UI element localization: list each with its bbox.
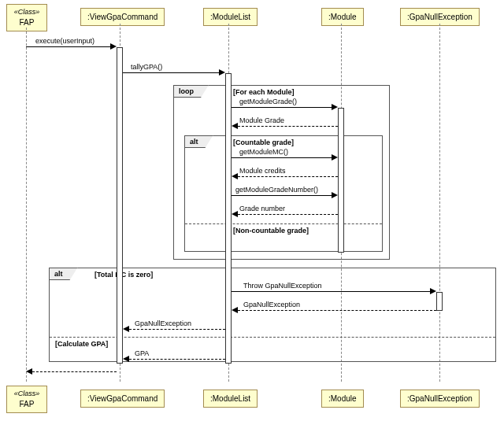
- participant-modulelist-top: :ModuleList: [203, 8, 258, 26]
- msg-execute: execute(userInput): [26, 37, 117, 48]
- frame-alt-inner-label: alt: [184, 135, 213, 148]
- participant-viewgpa-top: :ViewGpaCommand: [80, 8, 165, 26]
- participant-module-top: :Module: [321, 8, 364, 26]
- msg-getmodulemc: getModuleMC(): [232, 148, 338, 159]
- participant-module-bottom: :Module: [321, 390, 364, 408]
- msg-getmodulegradenumber: getModuleGradeNumber(): [232, 186, 338, 197]
- stereotype-fap: «Class»: [13, 8, 40, 17]
- msg-throw-gpanull: Throw GpaNullException: [232, 282, 436, 293]
- msg-modulecredits-return: Module credits: [232, 167, 338, 178]
- msg-gpa-return: GPA: [123, 349, 225, 360]
- activation-viewgpa: [117, 47, 123, 364]
- participant-fap-bottom: «Class» FAP: [6, 386, 47, 413]
- msg-final-return: [26, 367, 117, 378]
- msg-tallygpa: tallyGPA(): [123, 63, 225, 74]
- activation-module: [338, 108, 344, 253]
- msg-modulegrade-return: Module Grade: [232, 116, 338, 127]
- lifeline-fap: [26, 28, 27, 382]
- activation-gpanull: [436, 292, 443, 311]
- participant-fap-top: «Class» FAP: [6, 4, 47, 31]
- msg-gradenumber-return: Grade number: [232, 205, 338, 216]
- frame-alt-outer-label: alt: [49, 268, 78, 280]
- participant-modulelist-bottom: :ModuleList: [203, 390, 258, 408]
- msg-gpanull-return1: GpaNullException: [232, 301, 436, 312]
- participant-viewgpa-bottom: :ViewGpaCommand: [80, 390, 165, 408]
- activation-modulelist: [225, 73, 232, 364]
- participant-gpanull-bottom: :GpaNullException: [400, 390, 480, 408]
- msg-getmodulegrade: getModuleGrade(): [232, 98, 338, 109]
- msg-gpanull-return2: GpaNullException: [123, 319, 225, 331]
- frame-loop-label: loop: [173, 85, 209, 98]
- label-fap: FAP: [13, 17, 40, 28]
